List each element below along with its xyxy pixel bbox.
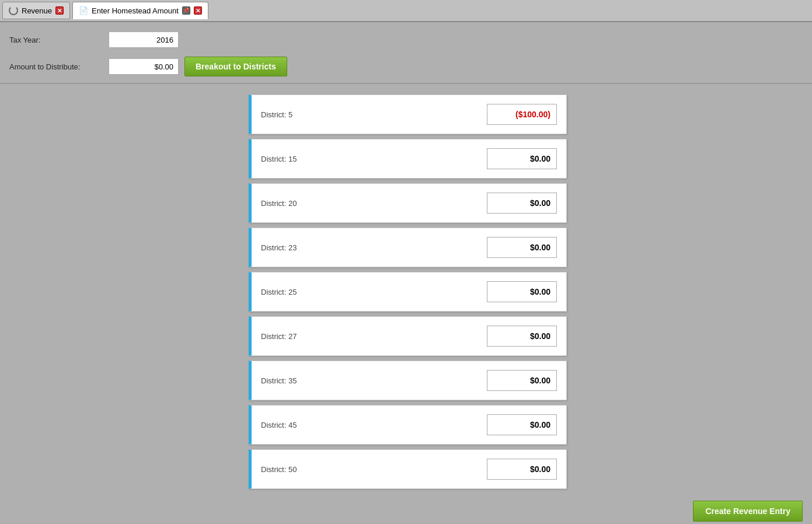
district-row-25: District: 25 (249, 272, 567, 312)
district-input-35[interactable] (487, 370, 557, 391)
revenue-icon (9, 6, 18, 15)
bottom-bar: Create Revenue Entry (0, 498, 812, 524)
tax-year-input[interactable] (109, 32, 179, 48)
breakout-button[interactable]: Breakout to Districts (184, 57, 287, 76)
district-row-15: District: 15 (249, 139, 567, 179)
tab-revenue-label: Revenue (22, 6, 52, 15)
tab-revenue[interactable]: Revenue ✕ (2, 2, 70, 19)
district-row-23: District: 23 (249, 228, 567, 267)
district-input-25[interactable] (487, 281, 557, 302)
district-label-35: District: 35 (252, 376, 487, 385)
tab-enter-homestead[interactable]: 📄 Enter Homestead Amount 📌 ✕ (72, 2, 208, 19)
district-label-45: District: 45 (252, 421, 487, 429)
divider (0, 83, 812, 84)
create-revenue-button[interactable]: Create Revenue Entry (693, 501, 803, 522)
tax-year-row: Tax Year: (9, 29, 803, 50)
main-area: Tax Year: Amount to Distribute: Breakout… (0, 22, 812, 524)
district-label-15: District: 15 (252, 155, 487, 163)
district-input-45[interactable] (487, 414, 557, 435)
district-label-27: District: 27 (252, 332, 487, 341)
document-icon: 📄 (79, 6, 88, 15)
district-row-50: District: 50 (249, 449, 567, 489)
district-input-27[interactable] (487, 326, 557, 347)
district-input-23[interactable] (487, 237, 557, 258)
district-input-5[interactable] (487, 104, 557, 125)
district-row-45: District: 45 (249, 405, 567, 445)
tab-homestead-close[interactable]: ✕ (194, 6, 202, 15)
districts-container: District: 5District: 15District: 20Distr… (9, 90, 803, 517)
tab-homestead-pin[interactable]: 📌 (182, 6, 190, 15)
district-row-20: District: 20 (249, 183, 567, 223)
district-label-50: District: 50 (252, 465, 487, 474)
tab-revenue-close[interactable]: ✕ (55, 6, 64, 15)
district-row-5: District: 5 (249, 95, 567, 134)
district-label-25: District: 25 (252, 288, 487, 296)
district-label-5: District: 5 (252, 110, 487, 119)
district-input-50[interactable] (487, 459, 557, 480)
amount-input[interactable] (109, 58, 179, 75)
district-label-20: District: 20 (252, 199, 487, 208)
tax-year-label: Tax Year: (9, 36, 103, 44)
district-row-35: District: 35 (249, 361, 567, 400)
tab-homestead-label: Enter Homestead Amount (92, 6, 179, 15)
districts-scroll[interactable]: District: 5District: 15District: 20Distr… (9, 90, 803, 517)
district-row-27: District: 27 (249, 316, 567, 356)
district-label-23: District: 23 (252, 243, 487, 252)
tab-bar: Revenue ✕ 📄 Enter Homestead Amount 📌 ✕ (0, 0, 812, 22)
district-input-15[interactable] (487, 148, 557, 169)
amount-row: Amount to Distribute: Breakout to Distri… (9, 56, 803, 77)
amount-label: Amount to Distribute: (9, 62, 103, 71)
district-input-20[interactable] (487, 193, 557, 214)
